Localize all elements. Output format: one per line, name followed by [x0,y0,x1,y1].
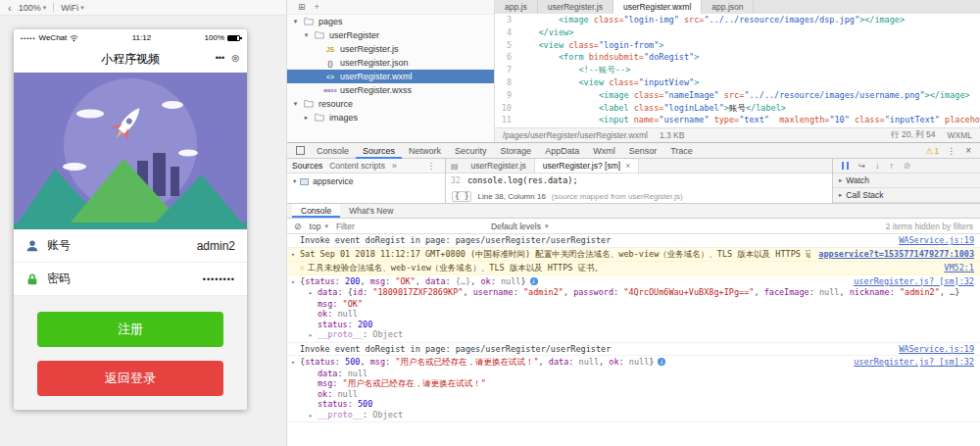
expand-toggle-icon[interactable]: ▾ [291,357,300,369]
file-path: /pages/userRegister/userRegister.wxml [503,130,648,140]
cursor-position: Line 38, Column 16 [477,192,545,201]
clear-console-icon[interactable]: ⊘ [294,222,302,231]
kebab-menu-icon[interactable]: ⋮ [942,146,960,156]
account-field-row[interactable]: 账号 admin2 [14,229,247,263]
devtools-tab-network[interactable]: Network [402,143,448,159]
kebab-menu-icon[interactable]: ⋮ [422,161,441,171]
line-number: 5 [495,39,518,52]
language-mode[interactable]: WXML [948,130,973,140]
expand-toggle-icon[interactable]: ▸ [309,287,318,299]
deactivate-breakpoints-icon[interactable]: ⊘ [904,161,910,171]
context-select[interactable]: top ▾ [310,222,328,231]
tree-item-userRegister.wxss[interactable]: wxssuserRegister.wxss [287,83,494,97]
tree-item-resource[interactable]: ▾resource [287,97,494,111]
close-tab-icon[interactable]: × [625,161,630,171]
tree-item-userRegister.json[interactable]: {}userRegister.json [287,56,494,70]
devtools-tab-sensor[interactable]: Sensor [622,143,664,159]
console-message: Invoke event doRegist in page: pages/use… [287,343,980,357]
source-link[interactable]: WAService.js:19 [899,235,974,246]
info-icon[interactable]: i [530,277,538,285]
folder-toggle-icon[interactable]: ▸ [303,114,310,122]
devtools-tab-wxml[interactable]: Wxml [586,143,622,159]
step-out-icon[interactable]: ↑ [889,161,893,171]
tab-whats-new[interactable]: What's New [340,204,402,218]
register-button[interactable]: 注册 [37,312,223,347]
tab-sources[interactable]: Sources [292,161,322,171]
simulator-pane: ‹ 100% ▾ WiFi ▾ ••••• WeChat 11:12 100% [0,0,287,446]
editor-tab-userRegister.wxml[interactable]: userRegister.wxml [613,0,702,14]
sources-file-tabs: ▤ userRegister.js userRegister.js? [sm] … [446,159,832,173]
step-into-icon[interactable]: ↓ [875,161,879,171]
expand-toggle-icon[interactable]: ▾ [293,177,296,185]
console-filter-input[interactable] [336,222,483,231]
console-log[interactable]: Invoke event doRegist in page: pages/use… [287,234,980,446]
folder-toggle-icon[interactable]: ▾ [292,100,299,108]
pause-button[interactable] [842,162,849,170]
grid-view-icon[interactable]: ⊞ [298,2,306,12]
tree-item-userRegister[interactable]: ▾userRegister [287,28,494,42]
tab-content-scripts[interactable]: Content scripts [329,161,385,171]
warning-icon: ⚠ [300,263,305,273]
console-drawer-tabs: Console What's New [287,204,980,219]
folder-toggle-icon[interactable]: ▾ [292,18,299,25]
tree-item-pages[interactable]: ▾pages [287,15,494,28]
warning-badge[interactable]: ⚠ 1 [923,146,942,156]
source-link[interactable]: userRegister.js? [sm]:32 [854,357,974,368]
code-area[interactable]: 3 <image class="login-img" src="../../re… [495,14,980,127]
network-select[interactable]: WiFi ▾ [61,3,84,13]
back-to-login-button[interactable]: 返回登录 [37,361,223,396]
source-link[interactable]: userRegister.js? [sm]:32 [854,276,974,287]
devtools-tab-appdata[interactable]: AppData [538,143,586,159]
expand-toggle-icon[interactable]: ▾ [291,276,300,288]
more-tabs-icon[interactable]: » [392,161,397,171]
dock-icon[interactable] [296,146,305,155]
expand-toggle-icon[interactable]: ▸ [309,329,318,341]
watch-section[interactable]: ▸ Watch [833,173,980,188]
add-file-icon[interactable]: + [315,2,319,12]
tab-console[interactable]: Console [292,204,340,218]
file-tab-userRegister-js[interactable]: userRegister.js [464,159,535,173]
zoom-select[interactable]: 100% ▾ [19,3,47,13]
devtools-tab-console[interactable]: Console [310,143,356,159]
sources-code-line[interactable]: 32 console.log(res.data); [446,173,832,185]
file-tab-userRegister-js-sm[interactable]: userRegister.js? [sm] × [535,159,639,173]
close-devtools-icon[interactable]: × [960,145,976,156]
hidden-items-note: 2 items hidden by filters [886,222,973,231]
tree-item-userRegister.wxml[interactable]: <>userRegister.wxml [287,70,494,83]
tree-item-images[interactable]: ▸images [287,111,494,124]
call-stack-section[interactable]: ▸ Call Stack [833,188,980,203]
tree-item-userRegister.js[interactable]: JSuserRegister.js [287,42,494,56]
devtools-tabs: ConsoleSourcesNetworkSecurityStorageAppD… [310,143,700,158]
message-indent [309,389,318,390]
file-name: userRegister.js [340,44,399,54]
devtools-tab-storage[interactable]: Storage [494,143,539,159]
log-level-select[interactable]: Default levels ▾ [491,222,549,231]
source-link[interactable]: appservice?t=1535771479277:1003 [818,249,974,260]
devtools-tab-security[interactable]: Security [448,143,494,159]
devtools-tab-trace[interactable]: Trace [663,143,700,159]
editor-pane: app.jsuserRegister.jsuserRegister.wxmlap… [495,0,980,142]
source-map-note: (source mapped from userRegister.js) [552,192,683,201]
exit-icon[interactable]: ◎ [231,53,239,63]
pretty-print-button[interactable]: { } [452,191,471,202]
tree-item-appservice[interactable]: appservice [313,176,353,186]
source-link[interactable]: WAService.js:19 [899,344,974,355]
editor-tab-userRegister.js[interactable]: userRegister.js [538,0,613,14]
editor-tab-app.js[interactable]: app.js [495,0,538,14]
info-icon[interactable]: i [658,358,665,366]
more-menu-icon[interactable]: ••• [216,53,224,63]
collapse-simulator-icon[interactable]: ‹ [8,2,12,14]
password-field-row[interactable]: 密码 •••••••• [14,263,247,296]
expand-toggle-icon[interactable]: ▾ [291,249,300,261]
code-line: 11 <input name="username" type="text" ma… [495,114,980,126]
editor-tab-app.json[interactable]: app.json [702,0,754,14]
step-over-icon[interactable]: ↪ [858,161,865,171]
sources-panel: Sources Content scripts » ⋮ ▾ appservice… [287,159,980,204]
show-navigator-icon[interactable]: ▤ [446,162,464,171]
debugger-pane: ConsoleSourcesNetworkSecurityStorageAppD… [287,142,980,446]
code-line: 5 <view class="login-from"> [495,39,980,52]
expand-toggle-icon[interactable]: ▸ [309,410,318,421]
folder-toggle-icon[interactable]: ▾ [303,31,310,39]
devtools-tab-sources[interactable]: Sources [356,143,402,159]
source-link[interactable]: VM52:1 [944,263,974,273]
